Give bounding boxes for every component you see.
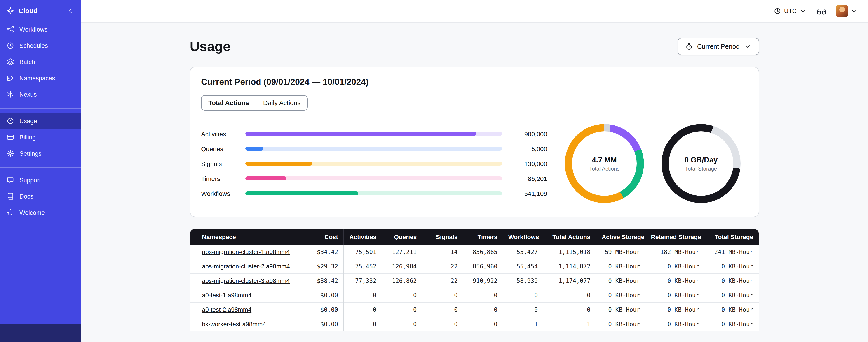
donut-center: 4.7 MM Total Actions: [572, 131, 637, 196]
settings-icon: [6, 149, 14, 158]
chevron-down-icon: [744, 42, 752, 50]
sidebar-item-label: Welcome: [20, 209, 45, 216]
table-row: abs-migration-cluster-2.a98mm4$29.3275,4…: [190, 259, 758, 274]
schedules-icon: [6, 41, 14, 49]
table-cell: 1,174,077: [543, 274, 596, 288]
timezone-label: UTC: [784, 8, 797, 14]
card-title: Current Period (09/01/2024 — 10/01/2024): [201, 77, 748, 87]
timer-icon: [685, 42, 693, 50]
bar-value: 85,201: [506, 175, 547, 182]
namespace-link[interactable]: abs-migration-cluster-2.a98mm4: [202, 263, 290, 270]
table-cell: abs-migration-cluster-3.a98mm4: [190, 274, 301, 288]
namespaces-icon: [6, 74, 14, 82]
table-cell: 0: [422, 303, 463, 317]
table-header-row: NamespaceCostActivitiesQueriesSignalsTim…: [190, 229, 758, 245]
sidebar-item-batch[interactable]: Batch: [0, 54, 81, 70]
table-cell: 22: [422, 274, 463, 288]
table-cell: abs-migration-cluster-2.a98mm4: [190, 259, 301, 274]
table-cell: bk-worker-test.a98mm4: [190, 317, 301, 331]
table-cell: 0: [422, 317, 463, 331]
namespace-link[interactable]: a0-test-2.a98mm4: [202, 306, 251, 313]
namespace-link[interactable]: a0-test-1.a98mm4: [202, 292, 251, 299]
sidebar-nav: WorkflowsSchedulesBatchNamespacesNexusUs…: [0, 20, 81, 223]
chevron-down-icon: [850, 8, 857, 14]
period-selector[interactable]: Current Period: [678, 38, 759, 55]
table-cell: 22: [422, 259, 463, 274]
sidebar-item-settings[interactable]: Settings: [0, 145, 81, 162]
table-cell: 1,115,018: [543, 245, 596, 259]
table-row: a0-test-2.a98mm4$0.000000000 KB-Hour0 KB…: [190, 303, 758, 317]
sidebar-group: UsageBillingSettings: [0, 108, 81, 164]
table-cell: 182 MB-Hour: [646, 245, 705, 259]
namespace-link[interactable]: abs-migration-cluster-3.a98mm4: [202, 277, 290, 284]
sidebar-item-docs[interactable]: Docs: [0, 188, 81, 204]
user-avatar: [836, 5, 848, 17]
sidebar-item-schedules[interactable]: Schedules: [0, 37, 81, 54]
sidebar-collapse-button[interactable]: [66, 7, 74, 15]
sidebar-footer: [0, 324, 81, 342]
table-cell: $0.00: [301, 317, 344, 331]
bar-fill: [245, 162, 312, 166]
sidebar-item-billing[interactable]: Billing: [0, 129, 81, 145]
sidebar-item-usage[interactable]: Usage: [0, 113, 81, 129]
table-cell: 0: [344, 288, 382, 303]
namespace-usage-table: NamespaceCostActivitiesQueriesSignalsTim…: [190, 229, 759, 331]
table-cell: 59 MB-Hour: [596, 245, 646, 259]
batch-icon: [6, 58, 14, 66]
table-cell: 0: [344, 317, 382, 331]
table-cell: 0 KB-Hour: [596, 288, 646, 303]
account-menu[interactable]: [836, 5, 857, 17]
table-cell: 77,332: [344, 274, 382, 288]
bar-track: [245, 147, 502, 151]
welcome-icon: [6, 208, 14, 216]
sidebar-item-label: Namespaces: [20, 75, 55, 81]
tab-total-actions[interactable]: Total Actions: [202, 96, 256, 110]
table-cell: 126,862: [382, 274, 422, 288]
table-row: abs-migration-cluster-3.a98mm4$38.4277,3…: [190, 274, 758, 288]
namespace-link[interactable]: bk-worker-test.a98mm4: [202, 321, 266, 328]
tab-daily-actions[interactable]: Daily Actions: [256, 96, 307, 110]
actions-tab-group: Total ActionsDaily Actions: [201, 95, 308, 110]
table-cell: $34.42: [301, 245, 344, 259]
temporal-logo-icon: [6, 7, 14, 15]
column-header-workflows: Workflows: [503, 229, 544, 245]
table-cell: 0 KB-Hour: [705, 288, 758, 303]
bar-value: 541,109: [506, 190, 547, 197]
table-cell: 0: [503, 288, 544, 303]
bar-row-workflows: Workflows541,109: [201, 190, 547, 197]
bar-track: [245, 191, 502, 195]
table-cell: 0: [382, 288, 422, 303]
table-cell: 1: [543, 317, 596, 331]
table-cell: 0: [543, 303, 596, 317]
table-cell: 1: [503, 317, 544, 331]
brand-label: Cloud: [19, 7, 37, 14]
sidebar-item-namespaces[interactable]: Namespaces: [0, 70, 81, 86]
sidebar-item-support[interactable]: Support: [0, 172, 81, 188]
bar-fill: [245, 132, 476, 136]
bar-label: Activities: [201, 130, 241, 137]
table-cell: 55,454: [503, 259, 544, 274]
table-cell: 75,452: [344, 259, 382, 274]
table-cell: 0: [503, 303, 544, 317]
timezone-selector[interactable]: UTC: [774, 7, 807, 15]
total-storage-value: 0 GB/Day: [685, 156, 718, 164]
table-cell: $38.42: [301, 274, 344, 288]
sidebar-item-label: Workflows: [20, 26, 48, 33]
sidebar-item-nexus[interactable]: Nexus: [0, 86, 81, 102]
sidebar: Cloud WorkflowsSchedulesBatchNamespacesN…: [0, 0, 81, 342]
table-cell: $29.32: [301, 259, 344, 274]
table-cell: abs-migration-cluster-1.a98mm4: [190, 245, 301, 259]
sidebar-item-label: Batch: [20, 59, 35, 65]
namespace-link[interactable]: abs-migration-cluster-1.a98mm4: [202, 249, 290, 255]
bar-track: [245, 176, 502, 180]
sidebar-item-welcome[interactable]: Welcome: [0, 204, 81, 220]
table-cell: 0 KB-Hour: [646, 317, 705, 331]
bar-label: Queries: [201, 145, 241, 152]
table-cell: 0 KB-Hour: [646, 259, 705, 274]
sidebar-item-workflows[interactable]: Workflows: [0, 21, 81, 37]
main-area: UTC Usage Current Period: [81, 0, 868, 342]
bar-row-timers: Timers85,201: [201, 175, 547, 182]
bar-fill: [245, 147, 264, 151]
glasses-icon[interactable]: [816, 6, 827, 16]
table-cell: 0: [463, 317, 503, 331]
